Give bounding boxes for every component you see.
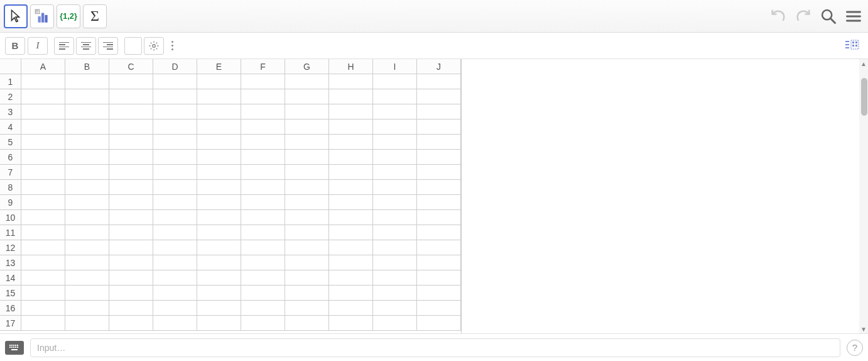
grid-cell[interactable]: [241, 135, 285, 150]
grid-cell[interactable]: [373, 286, 417, 301]
grid-cell[interactable]: [417, 195, 461, 210]
align-left-button[interactable]: [54, 37, 74, 55]
grid-cell[interactable]: [65, 119, 109, 135]
column-header[interactable]: H: [329, 59, 373, 74]
grid-cell[interactable]: [197, 270, 241, 286]
grid-cell[interactable]: [329, 165, 373, 180]
grid-cell[interactable]: [373, 225, 417, 240]
grid-cell[interactable]: [329, 240, 373, 255]
grid-cell[interactable]: [109, 225, 153, 240]
italic-button[interactable]: I: [28, 37, 48, 55]
grid-cell[interactable]: [109, 180, 153, 195]
undo-button[interactable]: [768, 6, 789, 27]
grid-cell[interactable]: [109, 195, 153, 210]
grid-cell[interactable]: [329, 135, 373, 150]
grid-cell[interactable]: [241, 316, 285, 331]
grid-cell[interactable]: [373, 301, 417, 316]
column-header[interactable]: G: [285, 59, 329, 74]
grid-cell[interactable]: [65, 301, 109, 316]
grid-cell[interactable]: [65, 74, 109, 89]
grid-cell[interactable]: [109, 89, 153, 104]
grid-cell[interactable]: [21, 135, 65, 150]
grid-cell[interactable]: [109, 301, 153, 316]
grid-cell[interactable]: [109, 240, 153, 255]
grid-cell[interactable]: [153, 301, 197, 316]
grid-cell[interactable]: [373, 210, 417, 225]
grid-cell[interactable]: [153, 104, 197, 119]
grid-cell[interactable]: [285, 270, 329, 286]
row-header[interactable]: 5: [0, 135, 21, 150]
grid-cell[interactable]: [417, 104, 461, 119]
grid-cell[interactable]: [65, 150, 109, 165]
grid-cell[interactable]: [197, 210, 241, 225]
grid-cell[interactable]: [329, 89, 373, 104]
row-header[interactable]: 16: [0, 301, 21, 316]
bold-button[interactable]: B: [5, 37, 25, 55]
grid-cell[interactable]: [21, 74, 65, 89]
grid-cell[interactable]: [285, 240, 329, 255]
grid-cell[interactable]: [153, 195, 197, 210]
scroll-down-icon[interactable]: ▼: [859, 325, 868, 333]
grid-cell[interactable]: [197, 255, 241, 270]
grid-cell[interactable]: [65, 225, 109, 240]
grid-cell[interactable]: [373, 135, 417, 150]
row-header[interactable]: 13: [0, 255, 21, 270]
grid-cell[interactable]: [329, 195, 373, 210]
row-header[interactable]: 7: [0, 165, 21, 180]
grid-cell[interactable]: [21, 225, 65, 240]
grid-cell[interactable]: [241, 286, 285, 301]
grid-cell[interactable]: [153, 74, 197, 89]
grid-cell[interactable]: [417, 255, 461, 270]
grid-cell[interactable]: [373, 104, 417, 119]
grid-cell[interactable]: [241, 150, 285, 165]
grid-cell[interactable]: [153, 150, 197, 165]
grid-cell[interactable]: [285, 150, 329, 165]
grid-cell[interactable]: [285, 316, 329, 331]
grid-cell[interactable]: [417, 135, 461, 150]
row-header[interactable]: 14: [0, 270, 21, 286]
view-options-button[interactable]: [842, 35, 863, 57]
grid-cell[interactable]: [241, 89, 285, 104]
column-header[interactable]: J: [417, 59, 461, 74]
grid-cell[interactable]: [241, 195, 285, 210]
align-right-button[interactable]: [98, 37, 118, 55]
grid-cell[interactable]: [417, 225, 461, 240]
grid-cell[interactable]: [65, 104, 109, 119]
grid-cell[interactable]: [285, 74, 329, 89]
grid-cell[interactable]: [241, 210, 285, 225]
grid-cell[interactable]: [417, 270, 461, 286]
grid-cell[interactable]: [21, 240, 65, 255]
grid-cell[interactable]: [285, 135, 329, 150]
redo-button[interactable]: [793, 6, 814, 27]
grid-cell[interactable]: [21, 286, 65, 301]
settings-button[interactable]: [144, 37, 164, 55]
grid-cell[interactable]: [153, 255, 197, 270]
grid-cell[interactable]: [197, 150, 241, 165]
grid-cell[interactable]: [153, 165, 197, 180]
grid-cell[interactable]: [285, 210, 329, 225]
grid-cell[interactable]: [285, 301, 329, 316]
grid-cell[interactable]: [417, 316, 461, 331]
column-header[interactable]: E: [197, 59, 241, 74]
search-button[interactable]: [818, 6, 839, 27]
grid-cell[interactable]: [109, 119, 153, 135]
row-header[interactable]: 2: [0, 89, 21, 104]
grid-cell[interactable]: [329, 225, 373, 240]
menu-button[interactable]: [843, 6, 864, 27]
grid-cell[interactable]: [197, 89, 241, 104]
grid-cell[interactable]: [285, 255, 329, 270]
row-header[interactable]: 1: [0, 74, 21, 89]
grid-cell[interactable]: [241, 74, 285, 89]
grid-cell[interactable]: [109, 286, 153, 301]
row-header[interactable]: 6: [0, 150, 21, 165]
grid-cell[interactable]: [197, 135, 241, 150]
grid-cell[interactable]: [21, 180, 65, 195]
help-button[interactable]: ?: [847, 340, 863, 356]
align-center-button[interactable]: [76, 37, 96, 55]
grid-cell[interactable]: [153, 119, 197, 135]
grid-cell[interactable]: [21, 301, 65, 316]
bg-color-button[interactable]: [124, 37, 142, 55]
grid-cell[interactable]: [417, 301, 461, 316]
row-header[interactable]: 15: [0, 286, 21, 301]
grid-cell[interactable]: [21, 210, 65, 225]
